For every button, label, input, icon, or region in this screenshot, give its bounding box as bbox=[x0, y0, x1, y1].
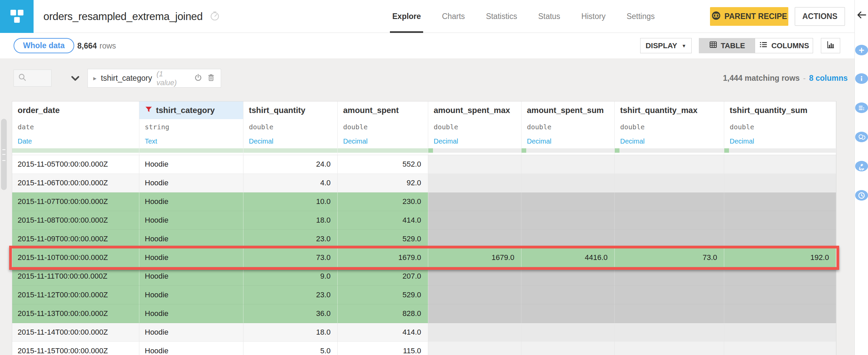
rebuild-clock-icon[interactable] bbox=[210, 11, 220, 22]
column-header-amount_spent_max[interactable]: amount_spent_max bbox=[428, 101, 521, 119]
cell-tshirt_quantity_sum[interactable]: 192.0 bbox=[724, 248, 836, 267]
cell-order_date[interactable]: 2015-11-12T00:00:00.000Z bbox=[12, 286, 139, 304]
cell-tshirt_quantity_max[interactable] bbox=[615, 192, 724, 211]
cell-amount_spent_max[interactable] bbox=[428, 286, 521, 304]
tab-explore[interactable]: Explore bbox=[382, 0, 431, 33]
cell-order_date[interactable]: 2015-11-13T00:00:00.000Z bbox=[12, 304, 139, 323]
table-search-box[interactable] bbox=[14, 70, 52, 87]
cell-amount_spent[interactable]: 1679.0 bbox=[338, 248, 428, 267]
tab-history[interactable]: History bbox=[571, 0, 616, 33]
cell-tshirt_quantity[interactable]: 24.0 bbox=[243, 155, 338, 174]
cell-tshirt_category[interactable]: Hoodie bbox=[139, 267, 243, 286]
columns-view-button[interactable]: COLUMNS bbox=[755, 38, 813, 53]
column-header-tshirt_quantity_max[interactable]: tshirt_quantity_max bbox=[615, 101, 724, 119]
cell-tshirt_quantity_max[interactable] bbox=[615, 174, 724, 192]
cell-order_date[interactable]: 2015-11-11T00:00:00.000Z bbox=[12, 267, 139, 286]
column-header-amount_spent_sum[interactable]: amount_spent_sum bbox=[521, 101, 615, 119]
cell-amount_spent_max[interactable]: 1679.0 bbox=[428, 248, 521, 267]
history-icon[interactable] bbox=[855, 190, 868, 201]
cell-amount_spent_sum[interactable] bbox=[521, 192, 615, 211]
quick-chart-button[interactable] bbox=[821, 38, 840, 53]
cell-tshirt_quantity_sum[interactable] bbox=[724, 230, 836, 248]
column-header-order_date[interactable]: order_date bbox=[12, 101, 139, 119]
cell-tshirt_quantity_max[interactable] bbox=[615, 155, 724, 174]
lab-icon[interactable] bbox=[855, 161, 868, 171]
vertical-scrollbar-handle[interactable] bbox=[1, 119, 7, 190]
display-menu-button[interactable]: DISPLAY ▼ bbox=[640, 38, 692, 53]
cell-amount_spent_max[interactable] bbox=[428, 155, 521, 174]
cell-order_date[interactable]: 2015-11-05T00:00:00.000Z bbox=[12, 155, 139, 174]
cell-amount_spent[interactable]: 414.0 bbox=[338, 211, 428, 230]
cell-tshirt_quantity[interactable]: 18.0 bbox=[243, 211, 338, 230]
cell-amount_spent_sum[interactable] bbox=[521, 342, 615, 355]
search-input[interactable] bbox=[29, 74, 51, 82]
cell-tshirt_quantity_sum[interactable] bbox=[724, 267, 836, 286]
cell-tshirt_quantity_max[interactable] bbox=[615, 230, 724, 248]
cell-tshirt_quantity_max[interactable] bbox=[615, 323, 724, 342]
cell-tshirt_quantity[interactable]: 36.0 bbox=[243, 304, 338, 323]
columns-count-link[interactable]: 8 columns bbox=[809, 74, 848, 83]
tab-status[interactable]: Status bbox=[528, 0, 571, 33]
cell-tshirt_quantity[interactable]: 10.0 bbox=[243, 192, 338, 211]
cell-amount_spent_max[interactable] bbox=[428, 230, 521, 248]
cell-amount_spent_sum[interactable] bbox=[521, 323, 615, 342]
plus-icon[interactable] bbox=[855, 45, 868, 55]
cell-tshirt_quantity_sum[interactable] bbox=[724, 174, 836, 192]
column-meaning-link[interactable]: Text bbox=[139, 135, 243, 148]
cell-tshirt_quantity_max[interactable] bbox=[615, 304, 724, 323]
cell-tshirt_quantity_sum[interactable] bbox=[724, 192, 836, 211]
column-header-tshirt_category[interactable]: tshirt_category bbox=[139, 101, 243, 119]
cell-amount_spent_max[interactable] bbox=[428, 323, 521, 342]
cell-tshirt_quantity[interactable]: 23.0 bbox=[243, 286, 338, 304]
cell-amount_spent[interactable]: 529.0 bbox=[338, 286, 428, 304]
cell-tshirt_category[interactable]: Hoodie bbox=[139, 342, 243, 355]
column-meaning-link[interactable]: Decimal bbox=[521, 135, 615, 148]
cell-amount_spent[interactable]: 115.0 bbox=[338, 342, 428, 355]
column-meaning-link[interactable]: Date bbox=[12, 135, 139, 148]
cell-tshirt_category[interactable]: Hoodie bbox=[139, 286, 243, 304]
cell-amount_spent_sum[interactable] bbox=[521, 304, 615, 323]
cell-amount_spent_max[interactable] bbox=[428, 174, 521, 192]
filter-chip-tshirt-category[interactable]: ▸ tshirt_category (1 value) bbox=[87, 69, 221, 88]
column-header-amount_spent[interactable]: amount_spent bbox=[338, 101, 428, 119]
cell-amount_spent_sum[interactable] bbox=[521, 155, 615, 174]
sample-settings-button[interactable]: Whole data bbox=[14, 38, 74, 53]
filter-toggle-power-icon[interactable] bbox=[194, 73, 202, 83]
column-meaning-link[interactable]: Decimal bbox=[724, 135, 836, 148]
cell-order_date[interactable]: 2015-11-14T00:00:00.000Z bbox=[12, 323, 139, 342]
cell-amount_spent_max[interactable] bbox=[428, 192, 521, 211]
cell-amount_spent_max[interactable] bbox=[428, 342, 521, 355]
cell-amount_spent_max[interactable] bbox=[428, 304, 521, 323]
collapse-filters-chevron[interactable] bbox=[68, 72, 83, 85]
dataset-cube-icon[interactable] bbox=[0, 0, 34, 33]
cell-tshirt_quantity_max[interactable] bbox=[615, 342, 724, 355]
cell-tshirt_quantity_max[interactable] bbox=[615, 286, 724, 304]
discussions-icon[interactable] bbox=[855, 132, 868, 142]
cell-tshirt_quantity[interactable]: 73.0 bbox=[243, 248, 338, 267]
cell-tshirt_category[interactable]: Hoodie bbox=[139, 304, 243, 323]
cell-amount_spent[interactable]: 92.0 bbox=[338, 174, 428, 192]
column-header-tshirt_quantity[interactable]: tshirt_quantity bbox=[243, 101, 338, 119]
cell-tshirt_quantity_max[interactable] bbox=[615, 267, 724, 286]
cell-amount_spent[interactable]: 414.0 bbox=[338, 323, 428, 342]
cell-tshirt_category[interactable]: Hoodie bbox=[139, 174, 243, 192]
cell-amount_spent[interactable]: 207.0 bbox=[338, 267, 428, 286]
cell-order_date[interactable]: 2015-11-15T00:00:00.000Z bbox=[12, 342, 139, 355]
cell-amount_spent_sum[interactable] bbox=[521, 174, 615, 192]
cell-order_date[interactable]: 2015-11-07T00:00:00.000Z bbox=[12, 192, 139, 211]
table-view-button[interactable]: TABLE bbox=[699, 38, 755, 53]
parent-recipe-button[interactable]: PARENT RECIPE bbox=[710, 7, 788, 26]
cell-tshirt_quantity_max[interactable]: 73.0 bbox=[615, 248, 724, 267]
column-header-tshirt_quantity_sum[interactable]: tshirt_quantity_sum bbox=[724, 101, 836, 119]
cell-tshirt_quantity_max[interactable] bbox=[615, 211, 724, 230]
cell-tshirt_category[interactable]: Hoodie bbox=[139, 211, 243, 230]
cell-tshirt_quantity[interactable]: 5.0 bbox=[243, 342, 338, 355]
column-meaning-link[interactable]: Decimal bbox=[428, 135, 521, 148]
cell-amount_spent[interactable]: 828.0 bbox=[338, 304, 428, 323]
tab-charts[interactable]: Charts bbox=[431, 0, 475, 33]
cell-tshirt_quantity_sum[interactable] bbox=[724, 286, 836, 304]
cell-tshirt_category[interactable]: Hoodie bbox=[139, 230, 243, 248]
cell-amount_spent_max[interactable] bbox=[428, 267, 521, 286]
cell-tshirt_category[interactable]: Hoodie bbox=[139, 155, 243, 174]
cell-amount_spent[interactable]: 529.0 bbox=[338, 230, 428, 248]
